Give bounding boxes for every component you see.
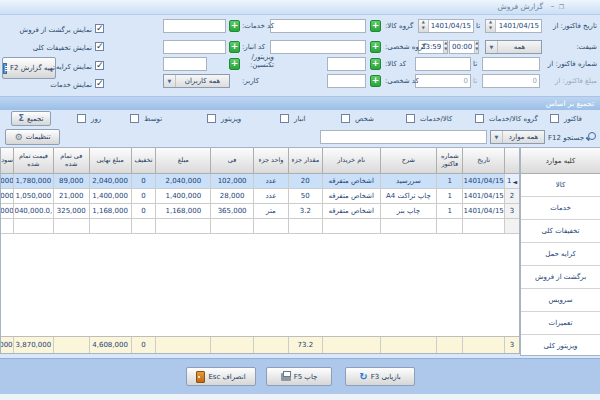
aggregate-day-checkbox[interactable]: روز (77, 113, 101, 124)
print-button[interactable]: چاپ F5 (266, 367, 332, 386)
sidebar-item-sales-returns[interactable]: برگشت از فروش (521, 266, 600, 289)
aggregate-by-checkbox[interactable]: توسط (130, 113, 162, 124)
show-services-label: نمایش خدمات (50, 80, 92, 90)
col-description[interactable]: شرح (380, 148, 437, 174)
add-goods-code-button[interactable]: + (370, 58, 381, 70)
checkbox-icon[interactable] (475, 114, 484, 123)
visitor-field[interactable] (163, 57, 207, 71)
search-scope-select[interactable]: ▼ همه موارد (490, 130, 545, 144)
spinner-arrows-icon[interactable]: ▲▼ (474, 41, 478, 53)
sidebar-item-total-discounts[interactable]: تخفیفات کلی (521, 220, 600, 243)
table-row[interactable]: 2 1401/04/15 1 چاپ تراکت A4 اشخاص متفرقه… (1, 189, 519, 204)
date-cell: 1401/04/15 (462, 174, 504, 189)
invoice-amount-to-separator: تا (473, 76, 477, 86)
col-quantity[interactable]: مقدار جزء (288, 148, 322, 174)
aggregate-goods-group-checkbox[interactable]: گروه کالا/خدمات (475, 113, 538, 124)
sidebar-item-repairs[interactable]: تعمیرات (521, 312, 600, 335)
sidebar-item-service[interactable]: سرویس (521, 289, 600, 312)
aggregate-visitor-checkbox[interactable]: ویزیتور (207, 113, 241, 124)
col-total-cost[interactable]: قیمت تمام شده (13, 148, 53, 174)
add-visitor-button[interactable]: + (229, 58, 240, 70)
aggregate-goods-checkbox[interactable]: کالا/خدمات (406, 113, 452, 124)
invoice-amount-to-field[interactable]: 0 (415, 74, 471, 88)
warehouse-code-field[interactable] (163, 40, 226, 54)
unit-price-cell: 102,000 (210, 174, 253, 189)
goods-group-field[interactable] (270, 19, 366, 33)
sidebar-header-all-items[interactable]: کلیه موارد (521, 148, 600, 174)
col-row-number[interactable] (504, 148, 519, 174)
col-date[interactable]: تاریخ (462, 148, 504, 174)
checkbox-icon[interactable] (406, 114, 415, 123)
col-final-amount[interactable]: مبلغ نهایی (89, 148, 131, 174)
col-buyer-name[interactable]: نام خریدار (322, 148, 380, 174)
gear-icon: ⚙ (15, 133, 23, 142)
date-from-spinner[interactable]: ▲▼ 1401/04/15 (485, 19, 542, 33)
show-freight-checkbox[interactable] (95, 61, 104, 70)
col-unit-price[interactable]: فی (210, 148, 253, 174)
sidebar-item-freight[interactable]: کرایه حمل (521, 243, 600, 266)
col-unit[interactable]: واحد جزء (253, 148, 288, 174)
search-input[interactable] (320, 130, 487, 144)
checkbox-icon[interactable] (341, 114, 350, 123)
invoice-amount-from-field[interactable]: 0 (482, 74, 540, 88)
date-cell: 1401/04/15 (462, 204, 504, 219)
checkbox-icon[interactable] (207, 114, 216, 123)
category-sidebar: کلیه موارد کالا خدمات تخفیفات کلی کرایه … (520, 147, 600, 356)
retrieve-button[interactable]: بازیابی F3 ↻ (345, 367, 415, 386)
row-number-cell: 3 (504, 204, 519, 219)
add-person-group-button[interactable]: + (370, 41, 381, 53)
totals-row: 3 73.2 0 4,608,000 3,870,000 ,000 (1, 336, 519, 353)
table-row[interactable]: ◄1 1401/04/15 1 سررسید اشخاص متفرقه 20 ع… (1, 174, 519, 189)
restore-icon[interactable]: ❐ (557, 2, 566, 11)
cancel-button[interactable]: انصراف Esc (186, 367, 256, 386)
table-row[interactable]: 3 1401/04/15 1 چاپ بنر اشخاص متفرقه 3.2 … (1, 204, 519, 219)
minimize-icon[interactable]: – (548, 2, 557, 11)
sidebar-item-goods[interactable]: کالا (521, 174, 600, 197)
sidebar-item-services[interactable]: خدمات (521, 197, 600, 220)
checkbox-icon[interactable] (130, 114, 139, 123)
col-unit-cost[interactable]: فی تمام شده (53, 148, 89, 174)
invoice-number-to-field[interactable] (415, 57, 471, 71)
total-cost-cell: 1,050,000 (13, 189, 53, 204)
report-icon (3, 63, 7, 74)
table-row-empty[interactable] (1, 219, 519, 234)
show-total-discounts-checkbox[interactable] (95, 42, 104, 51)
aggregate-warehouse-checkbox[interactable]: انبار (280, 113, 306, 124)
search-label[interactable]: جستجو F12 (548, 133, 584, 143)
spinner-arrows-icon[interactable]: ▲▼ (443, 41, 447, 53)
col-profit[interactable]: سود (1, 148, 13, 174)
shift-select[interactable]: ▼ همه (485, 40, 542, 54)
person-code-field[interactable] (327, 74, 366, 88)
description-cell: سررسید (380, 174, 437, 189)
time-from-spinner[interactable]: 00:00 ▲▼ (449, 40, 479, 54)
description-cell: چاپ بنر (380, 204, 437, 219)
add-goods-group-button[interactable]: + (370, 20, 381, 32)
add-person-code-button[interactable]: + (370, 75, 381, 87)
spinner-arrows-icon[interactable]: ▲▼ (419, 20, 429, 32)
spinner-arrows-icon[interactable]: ▲▼ (486, 20, 496, 32)
checkbox-icon[interactable] (550, 114, 559, 123)
aggregate-person-checkbox[interactable]: شخص (341, 113, 374, 124)
add-services-code-button[interactable]: + (229, 20, 240, 32)
services-code-field[interactable] (163, 19, 226, 33)
user-select[interactable]: ▼ همه کاربران (163, 74, 230, 88)
date-to-spinner[interactable]: ▲▼ 1401/04/15 (418, 19, 474, 33)
settings-button[interactable]: تنظیمات ⚙ (5, 129, 60, 145)
checkbox-icon[interactable] (77, 114, 86, 123)
invoice-number-cell: 1 (436, 174, 462, 189)
col-discount[interactable]: تخفیف (131, 148, 156, 174)
col-amount[interactable]: مبلغ (155, 148, 210, 174)
goods-code-field[interactable] (327, 57, 366, 71)
sidebar-item-visitor-total[interactable]: ویزیتور کلی (521, 335, 600, 356)
invoice-number-from-field[interactable] (482, 57, 540, 71)
show-sales-returns-checkbox[interactable] (95, 24, 104, 33)
add-warehouse-code-button[interactable]: + (229, 41, 240, 53)
checkbox-icon[interactable] (280, 114, 289, 123)
prepare-report-button[interactable]: تهیه گزارش F2 (2, 57, 56, 79)
col-invoice-number[interactable]: شماره فاکتور (436, 148, 462, 174)
aggregate-invoice-checkbox[interactable]: فاکتور (550, 113, 582, 124)
person-group-field[interactable] (270, 40, 366, 54)
chevron-down-icon: ▼ (491, 131, 503, 143)
aggregate-button[interactable]: تجمیع Σ (11, 111, 51, 126)
show-services-checkbox[interactable] (95, 79, 104, 88)
